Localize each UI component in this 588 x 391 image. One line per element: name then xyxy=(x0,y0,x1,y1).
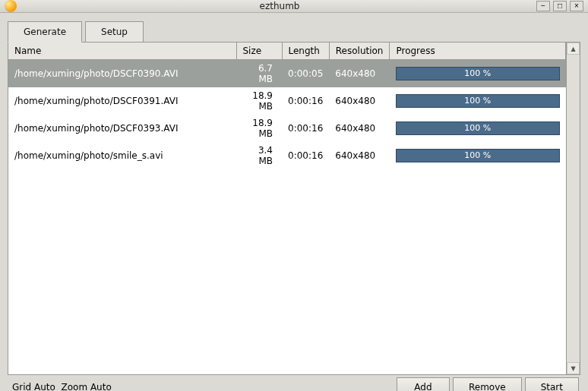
table-row[interactable]: /home/xuming/photo/DSCF0391.AVI18.9 MB0:… xyxy=(8,87,566,115)
main-panel: Name Size Length Resolution Progress /ho… xyxy=(8,42,580,375)
table-body: /home/xuming/photo/DSCF0390.AVI6.7 MB0:0… xyxy=(8,60,566,375)
add-button[interactable]: Add xyxy=(397,377,450,391)
cell-progress: 100 % xyxy=(390,87,566,115)
cell-length: 0:00:05 xyxy=(282,60,329,88)
remove-button[interactable]: Remove xyxy=(453,377,522,391)
cell-name: /home/xuming/photo/smile_s.avi xyxy=(8,142,236,169)
col-header-length[interactable]: Length xyxy=(282,43,329,60)
cell-progress: 100 % xyxy=(390,142,566,169)
scroll-down-arrow-icon[interactable]: ▼ xyxy=(567,362,580,374)
cell-length: 0:00:16 xyxy=(282,87,329,115)
tab-generate[interactable]: Generate xyxy=(8,21,82,43)
cell-resolution: 640x480 xyxy=(329,115,390,142)
cell-name: /home/xuming/photo/DSCF0393.AVI xyxy=(8,115,236,142)
table-filler xyxy=(8,169,566,374)
col-header-progress[interactable]: Progress xyxy=(390,43,566,60)
scroll-up-arrow-icon[interactable]: ▲ xyxy=(567,43,580,55)
cell-size: 6.7 MB xyxy=(236,60,282,88)
window-title: ezthumb xyxy=(23,1,536,11)
file-table: Name Size Length Resolution Progress /ho… xyxy=(8,43,566,374)
cell-progress: 100 % xyxy=(390,60,566,88)
tab-bar: Generate Setup xyxy=(8,20,580,42)
close-button[interactable]: × xyxy=(570,1,583,11)
table-row[interactable]: /home/xuming/photo/DSCF0390.AVI6.7 MB0:0… xyxy=(8,60,566,88)
progress-bar: 100 % xyxy=(396,121,560,135)
titlebar: ezthumb − □ × xyxy=(0,0,588,13)
cell-length: 0:00:16 xyxy=(282,142,329,169)
col-header-size[interactable]: Size xyxy=(236,43,282,60)
cell-size: 18.9 MB xyxy=(236,115,282,142)
vertical-scrollbar[interactable]: ▲ ▼ xyxy=(566,43,580,374)
status-bar: Grid Auto Zoom Auto Add Remove Start xyxy=(8,377,580,391)
progress-bar: 100 % xyxy=(396,67,560,80)
cell-progress: 100 % xyxy=(390,115,566,142)
start-button[interactable]: Start xyxy=(525,377,579,391)
cell-name: /home/xuming/photo/DSCF0390.AVI xyxy=(8,60,236,88)
status-text: Grid Auto Zoom Auto xyxy=(9,382,394,391)
status-zoom: Zoom Auto xyxy=(62,382,112,391)
cell-size: 3.4 MB xyxy=(236,142,282,169)
table-row[interactable]: /home/xuming/photo/DSCF0393.AVI18.9 MB0:… xyxy=(8,115,566,142)
content-area: Generate Setup Name Size Length Resoluti… xyxy=(0,13,588,391)
cell-resolution: 640x480 xyxy=(329,142,390,169)
progress-bar: 100 % xyxy=(396,149,560,162)
cell-size: 18.9 MB xyxy=(236,87,282,115)
maximize-button[interactable]: □ xyxy=(553,1,567,11)
cell-resolution: 640x480 xyxy=(329,87,390,115)
col-header-resolution[interactable]: Resolution xyxy=(329,43,390,60)
scroll-track[interactable] xyxy=(567,55,580,362)
window-controls: − □ × xyxy=(536,1,583,11)
table-wrap: Name Size Length Resolution Progress /ho… xyxy=(8,43,580,374)
progress-bar: 100 % xyxy=(396,94,560,108)
table-header-row: Name Size Length Resolution Progress xyxy=(8,43,566,60)
tab-setup[interactable]: Setup xyxy=(85,21,144,43)
app-icon xyxy=(5,0,17,12)
cell-resolution: 640x480 xyxy=(329,60,390,88)
cell-length: 0:00:16 xyxy=(282,115,329,142)
col-header-name[interactable]: Name xyxy=(8,43,236,60)
minimize-button[interactable]: − xyxy=(536,1,550,11)
table-row[interactable]: /home/xuming/photo/smile_s.avi3.4 MB0:00… xyxy=(8,142,566,169)
cell-name: /home/xuming/photo/DSCF0391.AVI xyxy=(8,87,236,115)
status-grid: Grid Auto xyxy=(12,382,55,391)
